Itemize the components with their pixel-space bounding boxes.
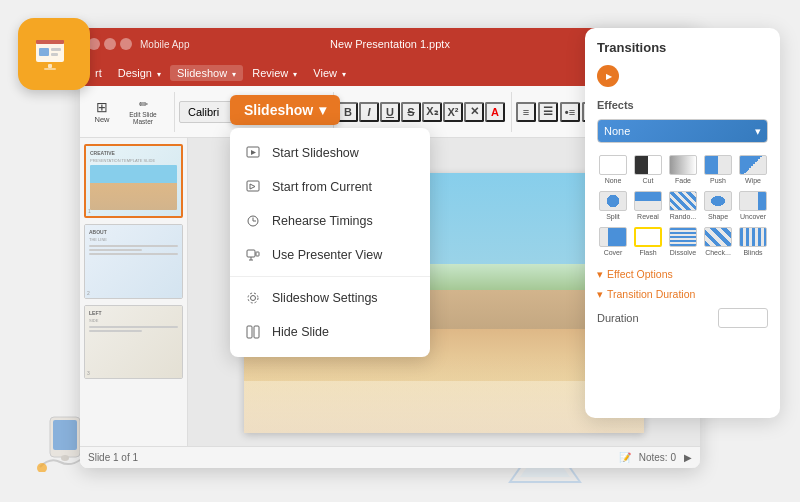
effect-split[interactable]: Split	[597, 189, 629, 222]
transitions-panel-title: Transitions	[597, 40, 768, 55]
effect-options-link[interactable]: Effect Options	[597, 268, 768, 280]
edit-master-button[interactable]: ✏ Edit Slide Master	[118, 99, 168, 125]
effect-dissolve[interactable]: Dissolve	[667, 225, 699, 258]
effect-label-check: Check...	[705, 249, 731, 256]
effect-shape[interactable]: Shape	[702, 189, 734, 222]
effect-wipe[interactable]: Wipe	[737, 153, 769, 186]
dropdown-separator	[230, 276, 430, 277]
effect-label-cover: Cover	[604, 249, 623, 256]
dropdown-item-start-from-current[interactable]: Start from Current	[230, 170, 430, 204]
effect-label-dissolve: Dissolve	[670, 249, 696, 256]
presenter-view-icon	[244, 246, 262, 264]
svg-rect-3	[51, 48, 61, 51]
svg-point-19	[248, 293, 258, 303]
hide-slide-icon	[244, 323, 262, 341]
thumb-title-2: ABOUT	[89, 229, 178, 235]
start-slideshow-icon	[244, 144, 262, 162]
menu-item-view[interactable]: View ▾	[306, 65, 353, 81]
thumb-number-3: 3	[87, 370, 90, 376]
slide-thumbnail-1[interactable]: CREATIVE PRESENTATION TEMPLATE SLIDE 1	[84, 144, 183, 218]
toolbar-group-format: B I U S X₂ X² ✕ A	[338, 92, 512, 132]
dropdown-item-rehearse-timings[interactable]: Rehearse Timings	[230, 204, 430, 238]
underline-button[interactable]: U	[380, 102, 400, 122]
subscript-button[interactable]: X₂	[422, 102, 442, 122]
slide-thumbnail-2[interactable]: ABOUT THE LINE 2	[84, 224, 183, 298]
effect-check[interactable]: Check...	[702, 225, 734, 258]
effect-thumb-split	[599, 191, 627, 211]
svg-marker-10	[250, 184, 255, 189]
dropdown-item-presenter-view[interactable]: Use Presenter View	[230, 238, 430, 272]
start-from-current-label: Start from Current	[272, 180, 372, 194]
window-controls	[88, 38, 132, 50]
transition-duration-link[interactable]: Transition Duration	[597, 288, 768, 300]
new-slide-button[interactable]: ⊞ New	[88, 99, 116, 125]
effect-cover[interactable]: Cover	[597, 225, 629, 258]
font-color-button[interactable]: A	[485, 102, 505, 122]
menu-item-rt[interactable]: rt	[88, 65, 109, 81]
effect-thumb-push	[704, 155, 732, 175]
thumb-line-3	[89, 253, 178, 255]
effect-label-push: Push	[710, 177, 726, 184]
play-icon[interactable]: ▶	[684, 452, 692, 463]
transition-duration-label: Transition Duration	[607, 288, 695, 300]
presenter-view-label: Use Presenter View	[272, 248, 382, 262]
effect-uncover[interactable]: Uncover	[737, 189, 769, 222]
effect-random[interactable]: Rando...	[667, 189, 699, 222]
svg-rect-14	[247, 250, 255, 257]
effect-thumb-wipe	[739, 155, 767, 175]
duration-input[interactable]	[718, 308, 768, 328]
notes-icon: 📝	[619, 452, 631, 463]
bullet-button[interactable]: •≡	[560, 102, 580, 122]
align-center-button[interactable]: ☰	[538, 102, 558, 122]
thumb-line-2	[89, 249, 142, 251]
thumb-subtitle-1: PRESENTATION TEMPLATE SLIDE	[90, 158, 177, 163]
effect-thumb-cover	[599, 227, 627, 247]
hide-slide-label: Hide Slide	[272, 325, 329, 339]
slideshow-settings-icon	[244, 289, 262, 307]
dropdown-item-slideshow-settings[interactable]: Slideshow Settings	[230, 281, 430, 315]
effect-label-reveal: Reveal	[637, 213, 659, 220]
svg-point-24	[61, 455, 69, 461]
effect-push[interactable]: Push	[702, 153, 734, 186]
slide-panel: CREATIVE PRESENTATION TEMPLATE SLIDE 1 A…	[80, 138, 188, 468]
superscript-button[interactable]: X²	[443, 102, 463, 122]
menu-item-slideshow[interactable]: Slideshow ▾	[170, 65, 243, 81]
transitions-play-button[interactable]	[597, 65, 619, 87]
slideshow-settings-label: Slideshow Settings	[272, 291, 378, 305]
bold-button[interactable]: B	[338, 102, 358, 122]
svg-rect-4	[51, 53, 58, 56]
effect-flash[interactable]: Flash	[632, 225, 664, 258]
align-left-button[interactable]: ≡	[516, 102, 536, 122]
start-slideshow-label: Start Slideshow	[272, 146, 359, 160]
effect-cut[interactable]: Cut	[632, 153, 664, 186]
dropdown-item-hide-slide[interactable]: Hide Slide	[230, 315, 430, 349]
effects-dropdown[interactable]: None ▾	[597, 119, 768, 143]
thumb-subtitle-3: SIDE	[89, 318, 178, 323]
thumb-subtitle-2: THE LINE	[89, 237, 178, 242]
effect-label-split: Split	[606, 213, 620, 220]
effect-blinds[interactable]: Blinds	[737, 225, 769, 258]
thumb-title-1: CREATIVE	[90, 150, 177, 156]
menu-item-design[interactable]: Design ▾	[111, 65, 168, 81]
effect-none[interactable]: None	[597, 153, 629, 186]
slide-thumbnail-3[interactable]: LEFT SIDE 3	[84, 305, 183, 379]
svg-rect-15	[256, 252, 259, 256]
window-title: New Presentation 1.pptx	[330, 38, 450, 50]
effect-thumb-flash	[634, 227, 662, 247]
thumb-content-3: LEFT SIDE	[85, 306, 182, 378]
effect-label-blinds: Blinds	[743, 249, 762, 256]
effect-reveal[interactable]: Reveal	[632, 189, 664, 222]
thumb-line-5	[89, 330, 142, 332]
effect-fade[interactable]: Fade	[667, 153, 699, 186]
menu-item-review[interactable]: Review ▾	[245, 65, 304, 81]
dropdown-item-start-slideshow[interactable]: Start Slideshow	[230, 136, 430, 170]
maximize-btn[interactable]	[120, 38, 132, 50]
italic-button[interactable]: I	[359, 102, 379, 122]
minimize-btn[interactable]	[104, 38, 116, 50]
format-buttons: B I U S X₂ X² ✕ A	[338, 102, 505, 122]
new-slide-icon: ⊞	[96, 99, 108, 115]
rehearse-timings-icon	[244, 212, 262, 230]
clear-format-button[interactable]: ✕	[464, 102, 484, 122]
strikethrough-button[interactable]: S	[401, 102, 421, 122]
slideshow-dropdown-button[interactable]: Slideshow ▾	[230, 95, 340, 125]
